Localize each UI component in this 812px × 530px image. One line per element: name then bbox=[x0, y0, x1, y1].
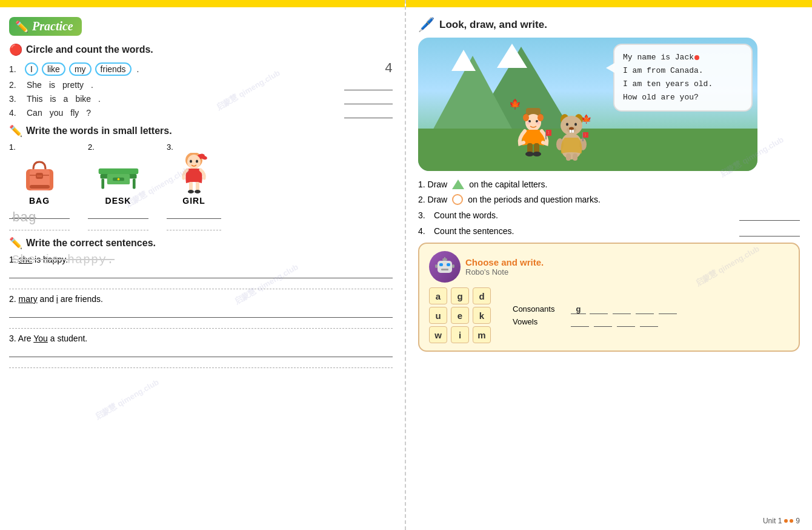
are-friends-text: are friends. bbox=[61, 294, 103, 304]
watermark-4: 启蒙慧 qimeng.club bbox=[93, 377, 161, 422]
item-label-bag: BAG bbox=[29, 196, 50, 206]
cons-blank-2 bbox=[613, 304, 631, 314]
word-this: This bbox=[25, 93, 44, 104]
correct-num-3: 3. Are bbox=[9, 334, 33, 343]
section1-icon: 🔴 bbox=[9, 43, 22, 56]
bubble-line-4: How old are you? bbox=[623, 91, 743, 104]
task-answer-3 bbox=[739, 210, 800, 221]
svg-rect-52 bbox=[566, 153, 571, 161]
item-num-1: 1. bbox=[9, 143, 16, 152]
top-bar-right bbox=[406, 0, 812, 7]
you-underlined: You bbox=[33, 334, 48, 343]
section3-header: ✏️ Write the correct sentences. bbox=[9, 236, 393, 250]
sentence-row-4: 4. Can you fly ? bbox=[9, 107, 393, 118]
task-num-3: 3. bbox=[418, 210, 429, 220]
answer-line-4 bbox=[344, 107, 393, 118]
consonants-blanks bbox=[590, 304, 677, 314]
word-I: I bbox=[25, 62, 38, 76]
answer-line-3 bbox=[344, 93, 393, 104]
svg-point-17 bbox=[190, 159, 192, 163]
section1-header: 🔴 Circle and count the words. bbox=[9, 43, 393, 56]
word-my: my bbox=[69, 62, 92, 76]
page-footer: Unit 1 9 bbox=[763, 517, 800, 525]
cons-blank-4 bbox=[659, 304, 677, 314]
section1-title: Circle and count the words. bbox=[26, 44, 153, 55]
sentence-num-3: 3. bbox=[9, 94, 21, 104]
word-you: you bbox=[48, 107, 65, 118]
task-row-3: 3. Count the words. bbox=[418, 210, 800, 221]
look-draw-icon: 🖊️ bbox=[418, 17, 434, 33]
word-a: a bbox=[62, 93, 70, 104]
desk-svg bbox=[96, 156, 141, 192]
section2-icon: ✏️ bbox=[9, 124, 22, 138]
word-is-3: is bbox=[48, 93, 58, 104]
correct-dotted-1 bbox=[9, 280, 393, 289]
answer-1: 4 bbox=[385, 61, 393, 76]
correct-sent-3: 3. Are You a student. bbox=[9, 334, 393, 343]
speech-bubble: My name is Jack I am from Canada. I am t… bbox=[613, 44, 753, 112]
svg-rect-11 bbox=[101, 178, 104, 189]
svg-point-22 bbox=[195, 190, 201, 193]
svg-rect-53 bbox=[573, 153, 577, 161]
period-dot-jack bbox=[694, 55, 699, 60]
consonants-row: Consonants g bbox=[513, 304, 789, 314]
word-she: She bbox=[25, 79, 44, 90]
vowels-row: Vowels bbox=[513, 317, 789, 327]
svg-rect-33 bbox=[546, 130, 551, 136]
word-can: Can bbox=[25, 107, 44, 118]
word-friends: friends bbox=[95, 62, 131, 76]
cons-blank-3 bbox=[636, 304, 654, 314]
correct-num-2: 2. bbox=[9, 294, 19, 304]
circle-icon bbox=[452, 194, 463, 205]
item-bag: 1. BAG bag bbox=[9, 143, 70, 230]
student-text: a student. bbox=[50, 334, 88, 343]
unit-label: Unit 1 bbox=[763, 517, 782, 525]
svg-point-42 bbox=[574, 123, 577, 126]
correct-line-3 bbox=[9, 345, 393, 357]
and-text: and bbox=[40, 294, 56, 304]
items-row: 1. BAG bag bbox=[9, 143, 393, 230]
correct-sentences-section: ✏️ Write the correct sentences. 1. she i… bbox=[9, 236, 393, 368]
bag-image bbox=[17, 154, 62, 193]
svg-point-30 bbox=[523, 114, 529, 121]
sentence-row-2: 2. She is pretty . bbox=[9, 79, 393, 90]
practice-header: Practice bbox=[9, 17, 393, 36]
section2-header: ✏️ Write the words in small letters. bbox=[9, 124, 393, 138]
footer-dots bbox=[784, 519, 793, 523]
task-num-4: 4. bbox=[418, 226, 429, 236]
word-fly: fly bbox=[68, 107, 81, 118]
consonants-answer: g bbox=[571, 304, 586, 314]
bubble-line-2: I am from Canada. bbox=[623, 64, 743, 78]
correct-line-2 bbox=[9, 306, 393, 318]
task-row-2: 2. Draw on the periods and question mark… bbox=[418, 194, 800, 205]
practice-badge: Practice bbox=[9, 17, 82, 36]
girl-write-line bbox=[167, 208, 221, 219]
svg-point-10 bbox=[117, 178, 119, 180]
vowels-blank-3 bbox=[617, 317, 635, 327]
letter-d: d bbox=[473, 287, 491, 304]
bag-answer: bag bbox=[12, 210, 36, 226]
page-number: 9 bbox=[796, 517, 800, 525]
vowels-blank-4 bbox=[640, 317, 658, 327]
svg-point-16 bbox=[187, 155, 201, 169]
letter-g: g bbox=[451, 287, 469, 304]
girl-image bbox=[171, 154, 217, 193]
task-answer-4 bbox=[739, 226, 800, 236]
item-girl: 3. bbox=[167, 143, 221, 230]
letter-e: e bbox=[451, 307, 469, 324]
svg-rect-6 bbox=[98, 168, 138, 173]
svg-rect-60 bbox=[435, 264, 438, 268]
word-period-3: . bbox=[96, 93, 102, 104]
task-text-2: on the periods and question marks. bbox=[468, 195, 601, 204]
consonants-vowels: Consonants g Vowels bbox=[513, 301, 789, 330]
svg-rect-55 bbox=[439, 263, 443, 266]
mountain-snow-left bbox=[451, 50, 476, 71]
small-letters-section: ✏️ Write the words in small letters. 1. bbox=[9, 124, 393, 230]
mountain-snow-right bbox=[497, 44, 527, 68]
task-num-2: 2. Draw bbox=[418, 195, 447, 204]
word-pretty: pretty bbox=[61, 79, 85, 90]
girl-dotted-line bbox=[167, 221, 221, 230]
task-row-4: 4. Count the sentences. bbox=[418, 226, 800, 236]
word-period-1: . bbox=[135, 64, 141, 75]
footer-dot-2 bbox=[790, 519, 793, 523]
